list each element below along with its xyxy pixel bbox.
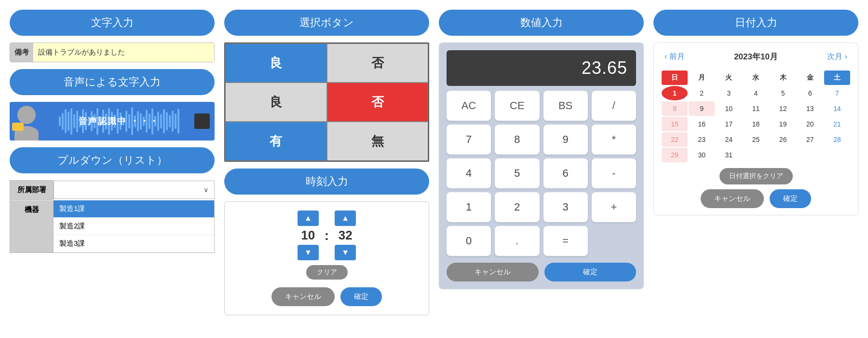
calc-btn-3[interactable]: 3: [543, 192, 588, 222]
calendar-day[interactable]: 17: [716, 117, 742, 131]
calc-btn-bs[interactable]: BS: [543, 91, 588, 121]
panel3-title: 数値入力: [439, 10, 644, 36]
calendar-day[interactable]: 28: [824, 132, 850, 147]
calendar-day[interactable]: 31: [716, 148, 742, 162]
calendar-day[interactable]: 20: [797, 117, 823, 131]
calc-btn-minus[interactable]: -: [592, 158, 636, 188]
calendar-day[interactable]: 30: [689, 148, 715, 162]
calc-btn-multiply[interactable]: *: [592, 125, 636, 155]
minute-down-button[interactable]: ▼: [335, 245, 356, 260]
select-button-none[interactable]: 無: [327, 122, 429, 161]
select-button-no1[interactable]: 否: [327, 43, 429, 83]
calendar-day[interactable]: 11: [743, 101, 769, 116]
calc-btn-8[interactable]: 8: [495, 125, 539, 155]
voice-avatar: ⚡: [10, 102, 43, 141]
date-clear-button[interactable]: 日付選択をクリア: [719, 168, 793, 184]
select-button-no2[interactable]: 否: [327, 83, 429, 122]
calendar-day[interactable]: 5: [770, 86, 796, 100]
calc-btn-ce[interactable]: CE: [495, 91, 539, 121]
calendar-week3: 15 16 17 18 19 20 21: [662, 117, 850, 131]
panel1-title: 文字入力: [10, 10, 215, 36]
weekday-fri: 金: [797, 70, 823, 85]
panel4-title: 日付入力: [653, 10, 858, 36]
calendar-day[interactable]: 4: [743, 86, 769, 100]
text-input-value[interactable]: 設備トラブルがありました: [33, 43, 214, 62]
calc-btn-2[interactable]: 2: [495, 192, 539, 222]
calendar-day[interactable]: 27: [797, 132, 823, 147]
calc-btn-7[interactable]: 7: [447, 125, 491, 155]
calc-display: 23.65: [447, 50, 636, 86]
calc-btn-1[interactable]: 1: [447, 192, 491, 222]
time-confirm-button[interactable]: 確定: [340, 287, 382, 306]
calendar-day[interactable]: 3: [716, 86, 742, 100]
calc-btn-plus[interactable]: +: [592, 192, 636, 222]
calendar-day[interactable]: 8: [662, 101, 688, 116]
calendar-day[interactable]: 15: [662, 117, 688, 131]
text-input-area: 備考 設備トラブルがありました: [10, 42, 215, 62]
calendar-day[interactable]: 10: [716, 101, 742, 116]
calc-btn-5[interactable]: 5: [495, 158, 539, 188]
select-button-good2[interactable]: 良: [225, 83, 327, 122]
voice-badge: ⚡: [12, 123, 24, 131]
calendar-day[interactable]: 2: [689, 86, 715, 100]
time-colon: :: [325, 228, 329, 243]
voice-stop-button[interactable]: [194, 113, 210, 129]
calc-cancel-button[interactable]: キャンセル: [447, 263, 539, 282]
date-cancel-button[interactable]: キャンセル: [701, 189, 764, 208]
calendar-day[interactable]: 6: [797, 86, 823, 100]
calendar-day[interactable]: 24: [716, 132, 742, 147]
calc-btn-0[interactable]: 0: [447, 226, 491, 256]
calendar-day[interactable]: 19: [770, 117, 796, 131]
time-row: ▲ 10 ▼ : ▲ 32 ▼: [298, 211, 356, 260]
list-item[interactable]: 製造3課: [54, 235, 214, 253]
calendar-grid: 日 月 火 水 木 金 土 1✓ 2 3 4 5 6 7: [661, 70, 851, 163]
time-clear-button[interactable]: クリア: [306, 265, 348, 280]
panel-date-input: 日付入力 ‹ 前月 2023年10月 次月 › 日 月 火 水 木 金 土: [653, 10, 858, 328]
calendar-day[interactable]: 1✓: [662, 86, 688, 100]
list-item[interactable]: 製造1課: [54, 200, 214, 218]
dropdown-select-cell[interactable]: ∨: [54, 181, 215, 199]
calc-btn-6[interactable]: 6: [543, 158, 588, 188]
calc-btn-divide[interactable]: /: [592, 91, 636, 121]
calendar-day[interactable]: 14: [824, 101, 850, 116]
calendar-day[interactable]: 7: [824, 86, 850, 100]
dropdown-list-row: 機器 製造1課 製造2課 製造3課: [10, 200, 214, 253]
calc-btn-dot[interactable]: .: [495, 226, 539, 256]
calendar-day[interactable]: 16: [689, 117, 715, 131]
list-item[interactable]: 製造2課: [54, 218, 214, 235]
calendar-day[interactable]: 26: [770, 132, 796, 147]
prev-month-button[interactable]: ‹ 前月: [661, 50, 689, 64]
calendar-day[interactable]: 29: [662, 148, 688, 162]
calendar-day[interactable]: 25: [743, 132, 769, 147]
calendar-header: ‹ 前月 2023年10月 次月 ›: [661, 50, 851, 64]
text-input-label: 備考: [10, 43, 33, 62]
calc-btn-4[interactable]: 4: [447, 158, 491, 188]
minute-up-button[interactable]: ▲: [335, 211, 356, 226]
time-cancel-button[interactable]: キャンセル: [271, 287, 335, 306]
calc-confirm-button[interactable]: 確定: [544, 263, 637, 282]
calendar-day[interactable]: 23: [689, 132, 715, 147]
calendar-day[interactable]: 22: [662, 132, 688, 147]
calendar-day[interactable]: 13: [797, 101, 823, 116]
voice-waveform: 音声認識中 ・・・: [43, 102, 194, 141]
panel2-title: 選択ボタン: [224, 10, 429, 36]
select-button-good1[interactable]: 良: [225, 43, 327, 83]
calculator: 23.65 AC CE BS / 7 8 9 * 4 5 6 - 1 2 3 +…: [439, 42, 644, 289]
hour-value: 10: [298, 228, 319, 243]
calc-btn-equals[interactable]: =: [543, 226, 588, 256]
calendar-day[interactable]: 9: [689, 101, 715, 116]
hour-down-button[interactable]: ▼: [298, 245, 319, 260]
calc-btn-ac[interactable]: AC: [447, 91, 491, 121]
next-month-button[interactable]: 次月 ›: [823, 50, 851, 64]
voice-area: ⚡ 音声認識中 ・・・: [10, 102, 215, 141]
hour-up-button[interactable]: ▲: [298, 211, 319, 226]
date-confirm-button[interactable]: 確定: [770, 189, 811, 208]
select-button-yes[interactable]: 有: [225, 122, 327, 161]
calendar-day[interactable]: 18: [743, 117, 769, 131]
weekday-sun: 日: [662, 70, 688, 85]
calendar-day[interactable]: 21: [824, 117, 850, 131]
minute-controls: ▲ 32 ▼: [335, 211, 356, 260]
calendar-day[interactable]: 12: [770, 101, 796, 116]
calc-btn-9[interactable]: 9: [543, 125, 588, 155]
calendar-body: 1✓ 2 3 4 5 6 7 8 9 10 11 12 13 14: [662, 86, 850, 162]
